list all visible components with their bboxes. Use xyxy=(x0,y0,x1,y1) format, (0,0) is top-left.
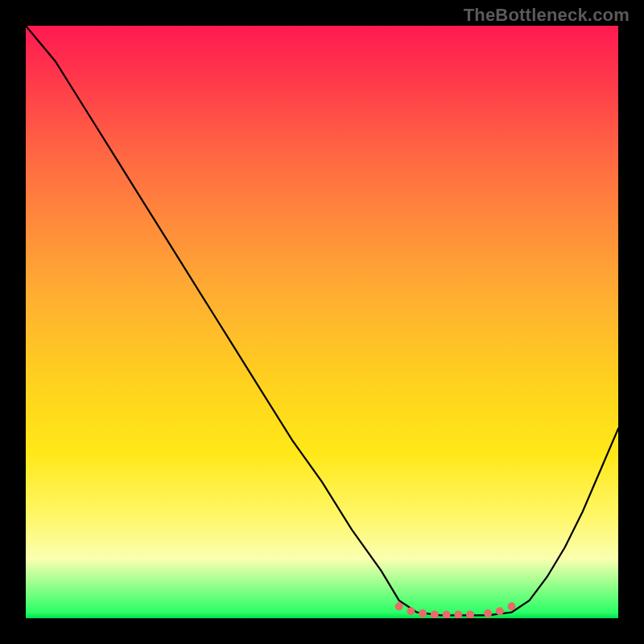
valley-dot xyxy=(395,602,403,610)
valley-dot xyxy=(431,611,439,618)
valley-dot xyxy=(484,609,492,617)
valley-dot xyxy=(454,611,462,618)
watermark-label: TheBottleneck.com xyxy=(464,5,630,26)
chart-svg xyxy=(26,26,618,618)
valley-dot xyxy=(496,607,504,615)
chart-frame: TheBottleneck.com xyxy=(0,0,644,644)
valley-dot xyxy=(466,611,474,618)
bottleneck-curve xyxy=(26,26,618,615)
valley-dot xyxy=(508,602,516,610)
valley-dot xyxy=(407,607,415,615)
valley-dots xyxy=(395,602,516,618)
plot-area xyxy=(26,26,618,618)
valley-dot xyxy=(443,611,451,618)
valley-dot xyxy=(419,609,427,617)
